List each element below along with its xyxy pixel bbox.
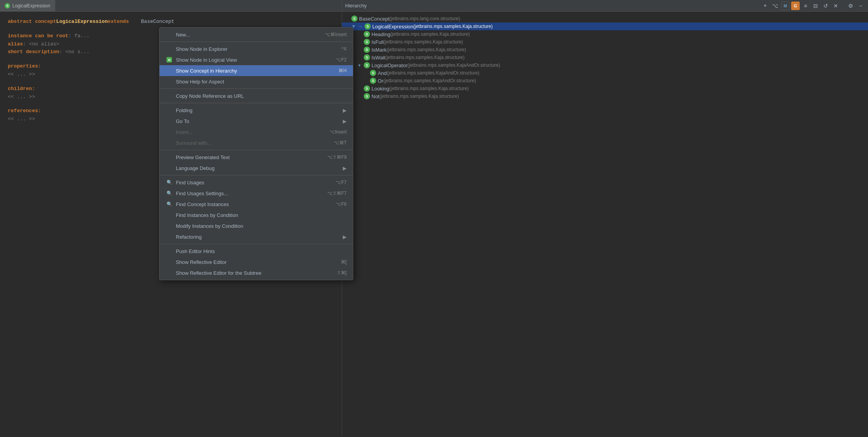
toolbar-btn-close[interactable]: ✕ xyxy=(832,2,840,10)
tree-item-isfull[interactable]: S IsFull (jetbrains.mps.samples.Kaja.str… xyxy=(342,38,868,46)
toolbar-btn-minimize[interactable]: − xyxy=(856,2,865,10)
modify-instances-icon xyxy=(166,222,173,229)
label-or: Or xyxy=(378,78,383,84)
label-not: Not xyxy=(372,94,379,99)
base-concept-ref: BaseConcept xyxy=(141,18,174,26)
menu-item-surround: Surround with... ⌥⌘T xyxy=(160,137,353,148)
kw-abstract: abstract concept xyxy=(8,18,56,26)
menu-label-folding: Folding xyxy=(176,108,193,113)
menu-item-copy-url[interactable]: Copy Node Reference as URL xyxy=(160,90,353,101)
tree-item-logical-operator[interactable]: ▼ S LogicalOperator (jetbrains.mps.sampl… xyxy=(342,61,868,69)
menu-item-goto[interactable]: Go To ▶ xyxy=(160,116,353,127)
explorer-icon xyxy=(166,45,173,52)
tree-item-base-concept[interactable]: S BaseConcept (jetbrains.mps.lang.core.s… xyxy=(342,15,868,23)
sep-5 xyxy=(160,175,353,175)
logical-icon: M xyxy=(166,56,173,63)
menu-label-find-usages: Find Usages xyxy=(176,180,204,186)
menu-item-show-logical[interactable]: M Show Node in Logical View ⌥F2 xyxy=(160,54,353,65)
new-icon xyxy=(166,31,173,38)
shortcut-new: ⌥⌘Insert xyxy=(325,32,347,37)
tree-item-heading[interactable]: S Heading (jetbrains.mps.samples.Kaja.st… xyxy=(342,30,868,38)
surround-icon xyxy=(166,139,173,146)
menu-label-show-help: Show Help for Aspect xyxy=(176,79,224,85)
pkg-not: (jetbrains.mps.samples.Kaja.structure) xyxy=(379,94,459,99)
menu-item-show-reflective[interactable]: Show Reflective Editor ⌘[ xyxy=(160,257,353,267)
tree-item-ismark[interactable]: S IsMark (jetbrains.mps.samples.Kaja.str… xyxy=(342,46,868,54)
label-iswall: IsWall xyxy=(372,55,385,61)
shortcut-logical: ⌥F2 xyxy=(336,57,347,62)
menu-label-show-hierarchy: Show Concept in Hierarchy xyxy=(176,68,237,74)
menu-label-find-instances: Find Instances by Condition xyxy=(176,212,238,218)
hierarchy-content: S BaseConcept (jetbrains.mps.lang.core.s… xyxy=(342,12,868,437)
menu-label-show-logical: Show Node in Logical View xyxy=(176,57,237,63)
menu-item-lang-debug[interactable]: Language Debug ▶ xyxy=(160,163,353,173)
help-icon xyxy=(166,78,173,85)
toolbar-btn-m[interactable]: M xyxy=(781,2,790,10)
toolbar-btn-settings[interactable]: ⚙ xyxy=(846,2,855,10)
menu-item-preview[interactable]: Preview Generated Text ⌥⇧⌘F9 xyxy=(160,152,353,163)
tree-item-iswall[interactable]: S IsWall (jetbrains.mps.samples.Kaja.str… xyxy=(342,54,868,61)
toolbar-btn-g[interactable]: G xyxy=(791,2,800,10)
tree-item-and[interactable]: S And (jetbrains.mps.samples.KajaAndOr.s… xyxy=(342,69,868,77)
toolbar-btn-filter[interactable]: ⌥ xyxy=(771,2,779,10)
editor-panel: S LogicalExpression ✓ abstract concept L… xyxy=(0,0,342,437)
editor-tab[interactable]: S LogicalExpression xyxy=(0,0,55,11)
pkg-or: (jetbrains.mps.samples.KajaAndOr.structu… xyxy=(383,78,476,83)
menu-item-push-hints[interactable]: Push Editor Hints xyxy=(160,246,353,257)
menu-label-insert: Insert... xyxy=(176,129,193,135)
menu-item-modify-instances[interactable]: Modify Instances by Condition xyxy=(160,220,353,231)
pkg-heading: (jetbrains.mps.samples.Kaja.structure) xyxy=(390,31,470,37)
menu-label-copy-url: Copy Node Reference as URL xyxy=(176,93,244,99)
node-icon-logical-expression: S xyxy=(365,23,371,29)
lang-debug-icon xyxy=(166,165,173,172)
node-icon-iswall: S xyxy=(364,54,370,61)
toolbar-btn-align[interactable]: ≡ xyxy=(801,2,810,10)
menu-item-show-help[interactable]: Show Help for Aspect xyxy=(160,76,353,87)
kw-short: short description xyxy=(8,48,59,56)
toolbar-btn-refresh[interactable]: ↺ xyxy=(821,2,830,10)
reflective-icon xyxy=(166,258,173,265)
context-menu: New... ⌥⌘Insert Show Node in Explorer ^X… xyxy=(159,27,353,280)
node-icon-isfull: S xyxy=(364,39,370,45)
ellipsis-children: << ... >> xyxy=(8,93,35,101)
menu-item-refactoring[interactable]: Refactoring ▶ xyxy=(160,231,353,242)
shortcut-preview: ⌥⇧⌘F9 xyxy=(327,154,347,160)
menu-label-push-hints: Push Editor Hints xyxy=(176,248,215,254)
label-ismark: IsMark xyxy=(372,47,387,53)
pkg-isfull: (jetbrains.mps.samples.Kaja.structure) xyxy=(384,39,463,45)
menu-item-new[interactable]: New... ⌥⌘Insert xyxy=(160,29,353,40)
menu-item-show-reflective-subtree[interactable]: Show Reflective Editor for the Subtree ⇧… xyxy=(160,267,353,278)
tree-item-logical-expression[interactable]: ▼ → S LogicalExpression (jetbrains.mps.s… xyxy=(342,23,868,30)
tree-item-or[interactable]: S Or (jetbrains.mps.samples.KajaAndOr.st… xyxy=(342,77,868,85)
sep-1 xyxy=(160,42,353,42)
menu-label-find-usages-settings: Find Usages Settings... xyxy=(176,191,228,196)
label-isfull: IsFull xyxy=(372,39,384,45)
tab-bar: S LogicalExpression xyxy=(0,0,342,12)
pkg-logical-expression: (jetbrains.mps.samples.Kaja.structure) xyxy=(413,24,493,29)
tree-item-looking[interactable]: S Looking (jetbrains.mps.samples.Kaja.st… xyxy=(342,85,868,92)
tree-item-not[interactable]: S Not (jetbrains.mps.samples.Kaja.struct… xyxy=(342,92,868,100)
menu-item-show-explorer[interactable]: Show Node in Explorer ^X xyxy=(160,43,353,54)
menu-label-surround: Surround with... xyxy=(176,140,211,146)
shortcut-hierarchy: ⌘H xyxy=(339,68,347,73)
ellipsis-props: << ... >> xyxy=(8,71,35,79)
menu-label-lang-debug: Language Debug xyxy=(176,165,215,171)
shortcut-find-usages: ⌥F7 xyxy=(336,180,347,185)
hierarchy-toolbar: ⌖ ⌥ M G ≡ ⊟ ↺ ✕ ⚙ − xyxy=(761,2,865,10)
menu-item-find-concept[interactable]: 🔍 Find Concept Instances ⌥F6 xyxy=(160,199,353,210)
menu-item-folding[interactable]: Folding ▶ xyxy=(160,105,353,116)
ellipsis-refs: << ... >> xyxy=(8,115,35,123)
pkg-ismark: (jetbrains.mps.samples.Kaja.structure) xyxy=(387,47,466,52)
shortcut-reflective-subtree: ⇧⌘[ xyxy=(337,270,347,276)
hierarchy-header: Hierarchy ⌖ ⌥ M G ≡ ⊟ ↺ ✕ ⚙ − xyxy=(342,0,868,12)
menu-item-show-hierarchy[interactable]: Show Concept in Hierarchy ⌘H xyxy=(160,65,353,76)
lang-debug-arrow: ▶ xyxy=(343,165,347,171)
sep-3 xyxy=(160,103,353,103)
toolbar-btn-center[interactable]: ⊟ xyxy=(811,2,820,10)
pkg-base-concept: (jetbrains.mps.lang.core.structure) xyxy=(389,16,460,21)
menu-label-new: New... xyxy=(176,32,190,38)
menu-item-find-instances[interactable]: Find Instances by Condition xyxy=(160,210,353,220)
toolbar-btn-cursor[interactable]: ⌖ xyxy=(761,2,769,10)
menu-item-find-usages-settings[interactable]: 🔍 Find Usages Settings... ⌥⇧⌘F7 xyxy=(160,188,353,199)
menu-item-find-usages[interactable]: 🔍 Find Usages ⌥F7 xyxy=(160,177,353,188)
